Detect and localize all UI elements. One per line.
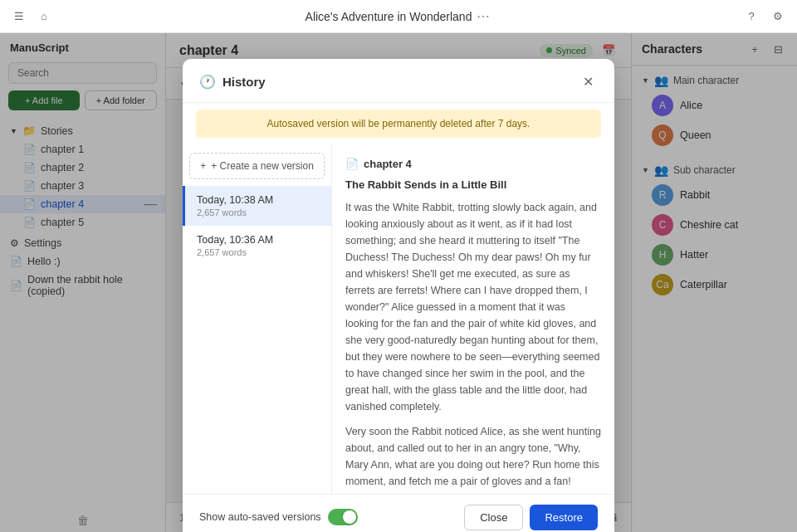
modal-title: History — [222, 75, 266, 89]
history-item-1[interactable]: Today, 10:36 AM 2,657 words — [183, 226, 331, 266]
modal-header: 🕐 History ✕ — [183, 59, 614, 103]
app-title-area: Alice's Adventure in Wonderland ⋯ — [306, 8, 491, 24]
modal-close-button[interactable]: ✕ — [578, 72, 598, 92]
settings-icon[interactable]: ⚙ — [769, 7, 787, 26]
history-modal: 🕐 History ✕ Autosaved version will be pe… — [183, 59, 614, 533]
footer-buttons: Close Restore — [464, 505, 598, 530]
history-time-0: Today, 10:38 AM — [197, 194, 320, 206]
history-words-0: 2,657 words — [197, 207, 320, 217]
new-version-label: + Create a new version — [211, 160, 314, 172]
create-new-version-button[interactable]: + + Create a new version — [189, 153, 325, 179]
preview-doc-icon: 📄 — [345, 158, 359, 170]
app-title: Alice's Adventure in Wonderland — [306, 10, 472, 23]
autosave-label: Show auto-saved versions — [199, 511, 321, 523]
modal-preview: 📄 chapter 4 The Rabbit Sends in a Little… — [332, 144, 614, 494]
modal-footer: Show auto-saved versions Close Restore — [183, 494, 614, 533]
history-item-0[interactable]: Today, 10:38 AM 2,657 words — [183, 186, 331, 226]
preview-text: It was the White Rabbit, trotting slowly… — [345, 199, 601, 494]
modal-overlay: 🕐 History ✕ Autosaved version will be pe… — [0, 33, 797, 532]
history-clock-icon: 🕐 — [199, 74, 216, 90]
topbar: ☰ ⌂ Alice's Adventure in Wonderland ⋯ ? … — [0, 0, 797, 33]
title-more-icon[interactable]: ⋯ — [477, 8, 490, 24]
history-words-1: 2,657 words — [197, 247, 320, 257]
plus-icon: + — [200, 160, 206, 172]
modal-warning: Autosaved version will be permanently de… — [196, 110, 601, 138]
history-time-1: Today, 10:36 AM — [197, 234, 320, 246]
menu-icon[interactable]: ☰ — [10, 7, 28, 26]
restore-button[interactable]: Restore — [530, 505, 598, 530]
toggle-knob — [343, 510, 356, 524]
autosave-toggle-switch[interactable] — [328, 509, 358, 525]
home-icon[interactable]: ⌂ — [35, 7, 53, 26]
autosave-toggle-row: Show auto-saved versions — [199, 509, 358, 525]
history-list: + + Create a new version Today, 10:38 AM… — [183, 144, 332, 494]
preview-chapter: 📄 chapter 4 — [345, 158, 601, 170]
modal-title-row: 🕐 History — [199, 74, 266, 90]
preview-subtitle: The Rabbit Sends in a Little Bill — [345, 178, 601, 191]
help-icon[interactable]: ? — [742, 7, 760, 26]
modal-body: + + Create a new version Today, 10:38 AM… — [183, 144, 614, 494]
close-button[interactable]: Close — [464, 505, 523, 530]
